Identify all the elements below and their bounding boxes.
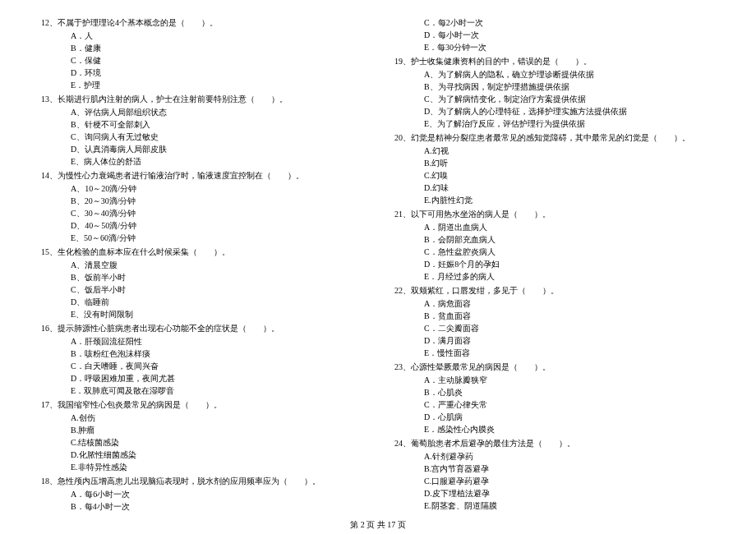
question-23: 23、心源性晕厥最常见的病因是（ ）。 A．主动脉瓣狭窄 B．心肌炎 C．严重心… [394, 361, 715, 435]
option: E.内脏性幻觉 [394, 194, 715, 206]
question-18: 18、急性颅内压增高患儿出现脑疝表现时，脱水剂的应用频率应为（ ）。 A．每6小… [41, 475, 362, 513]
option: D.皮下埋植法避孕 [394, 487, 715, 499]
option: B．会阴部充血病人 [394, 233, 715, 246]
option: D、40～50滴/分钟 [41, 219, 362, 232]
option: E．双肺底可闻及散在湿啰音 [41, 384, 362, 397]
option: D．妊娠8个月的孕妇 [394, 258, 715, 270]
option: C.结核菌感染 [41, 436, 362, 449]
question-text: 17、我国缩窄性心包炎最常见的病因是（ ）。 [41, 398, 362, 411]
option: E．每30分钟一次 [394, 41, 715, 53]
option: C．二尖瓣面容 [394, 322, 715, 334]
question-text: 20、幻觉是精神分裂症患者最常见的感知觉障碍，其中最常见的幻觉是（ ）。 [394, 131, 715, 144]
question-21: 21、以下可用热水坐浴的病人是（ ）。 A．阴道出血病人 B．会阴部充血病人 C… [394, 208, 715, 283]
option: D．环境 [41, 67, 362, 79]
page-content: 12、不属于护理理论4个基本概念的是（ ）。 A．人 B．健康 C．保健 D．环… [0, 0, 756, 509]
option: E．慢性面容 [394, 347, 715, 359]
option: E、50～60滴/分钟 [41, 232, 362, 244]
question-text: 24、葡萄胎患者术后避孕的最佳方法是（ ）。 [394, 437, 715, 449]
option: C．急性盆腔炎病人 [394, 246, 715, 258]
option: C、为了解病情变化，制定治疗方案提供依据 [394, 93, 715, 105]
option: A.创伤 [41, 412, 362, 424]
option: D．满月面容 [394, 334, 715, 347]
option: B.肿瘤 [41, 424, 362, 436]
option: D、临睡前 [41, 296, 362, 308]
option: A、10～20滴/分钟 [41, 182, 362, 195]
option: B．健康 [41, 42, 362, 54]
option: A、清晨空腹 [41, 259, 362, 271]
option: C．白天嗜睡，夜间兴奋 [41, 360, 362, 372]
option: D．呼吸困难加重，夜间尤甚 [41, 372, 362, 384]
question-text: 19、护士收集健康资料的目的中，错误的是（ ）。 [394, 55, 715, 67]
question-13: 13、长期进行肌内注射的病人，护士在注射前要特别注意（ ）。 A、评估病人局部组… [41, 93, 362, 168]
option: C．每2小时一次 [394, 16, 715, 29]
question-12: 12、不属于护理理论4个基本概念的是（ ）。 A．人 B．健康 C．保健 D．环… [41, 16, 362, 91]
question-18-continue: C．每2小时一次 D．每小时一次 E．每30分钟一次 [394, 16, 715, 53]
option: E、没有时间限制 [41, 308, 362, 320]
option: E．月经过多的病人 [394, 270, 715, 283]
question-text: 21、以下可用热水坐浴的病人是（ ）。 [394, 208, 715, 220]
option: B．每4小时一次 [41, 500, 362, 513]
option: B.幻听 [394, 157, 715, 169]
option: E.阴茎套、阴道隔膜 [394, 499, 715, 512]
option: A．病危面容 [394, 297, 715, 310]
option: D.幻味 [394, 182, 715, 194]
question-19: 19、护士收集健康资料的目的中，错误的是（ ）。 A、为了解病人的隐私，确立护理… [394, 55, 715, 130]
question-14: 14、为慢性心力衰竭患者进行输液治疗时，输液速度宜控制在（ ）。 A、10～20… [41, 169, 362, 244]
option: D．心肌病 [394, 411, 715, 423]
question-16: 16、提示肺源性心脏病患者出现右心功能不全的症状是（ ）。 A．肝颈回流征阳性 … [41, 322, 362, 397]
right-column: C．每2小时一次 D．每小时一次 E．每30分钟一次 19、护士收集健康资料的目… [378, 16, 731, 509]
option: A.针剂避孕药 [394, 450, 715, 463]
question-text: 18、急性颅内压增高患儿出现脑疝表现时，脱水剂的应用频率应为（ ）。 [41, 475, 362, 487]
option: A．人 [41, 30, 362, 42]
option: E、病人体位的舒适 [41, 155, 362, 168]
question-text: 14、为慢性心力衰竭患者进行输液治疗时，输液速度宜控制在（ ）。 [41, 169, 362, 182]
option: C、饭后半小时 [41, 283, 362, 296]
question-22: 22、双颊紫红，口唇发绀，多见于（ ）。 A．病危面容 B．贫血面容 C．二尖瓣… [394, 284, 715, 359]
option: B.宫内节育器避孕 [394, 463, 715, 475]
question-20: 20、幻觉是精神分裂症患者最常见的感知觉障碍，其中最常见的幻觉是（ ）。 A.幻… [394, 131, 715, 206]
option: E．感染性心内膜炎 [394, 423, 715, 435]
question-text: 15、生化检验的血标本应在什么时候采集（ ）。 [41, 246, 362, 258]
page-footer: 第 2 页 共 17 页 [0, 519, 756, 531]
question-text: 16、提示肺源性心脏病患者出现右心功能不全的症状是（ ）。 [41, 322, 362, 334]
option: B．心肌炎 [394, 386, 715, 398]
option: C.口服避孕药避孕 [394, 475, 715, 487]
option: A.幻视 [394, 145, 715, 157]
question-text: 13、长期进行肌内注射的病人，护士在注射前要特别注意（ ）。 [41, 93, 362, 105]
left-column: 12、不属于护理理论4个基本概念的是（ ）。 A．人 B．健康 C．保健 D．环… [25, 16, 378, 509]
option: B、20～30滴/分钟 [41, 195, 362, 207]
option: D.化脓性细菌感染 [41, 449, 362, 461]
option: C．保健 [41, 54, 362, 67]
option: E、为了解治疗反应，评估护理行为提供依据 [394, 117, 715, 130]
question-17: 17、我国缩窄性心包炎最常见的病因是（ ）。 A.创伤 B.肿瘤 C.结核菌感染… [41, 398, 362, 473]
option: B、针梗不可全部刺入 [41, 118, 362, 131]
option: A．每6小时一次 [41, 488, 362, 500]
question-text: 23、心源性晕厥最常见的病因是（ ）。 [394, 361, 715, 373]
option: B．贫血面容 [394, 310, 715, 322]
option: A．肝颈回流征阳性 [41, 335, 362, 348]
option: E.非特异性感染 [41, 461, 362, 473]
option: B．咳粉红色泡沫样痰 [41, 348, 362, 360]
question-15: 15、生化检验的血标本应在什么时候采集（ ）。 A、清晨空腹 B、饭前半小时 C… [41, 246, 362, 320]
option: E．护理 [41, 79, 362, 91]
option: D、认真消毒病人局部皮肤 [41, 143, 362, 155]
option: B、为寻找病因，制定护理措施提供依据 [394, 81, 715, 93]
option: C、30～40滴/分钟 [41, 207, 362, 219]
option: C、询问病人有无过敏史 [41, 131, 362, 143]
question-text: 12、不属于护理理论4个基本概念的是（ ）。 [41, 16, 362, 29]
option: D、为了解病人的心理特征，选择护理实施方法提供依据 [394, 105, 715, 117]
option: D．每小时一次 [394, 29, 715, 41]
question-text: 22、双颊紫红，口唇发绀，多见于（ ）。 [394, 284, 715, 297]
option: B、饭前半小时 [41, 271, 362, 283]
option: A、为了解病人的隐私，确立护理诊断提供依据 [394, 68, 715, 81]
option: A．主动脉瓣狭窄 [394, 374, 715, 386]
option: C．严重心律失常 [394, 398, 715, 411]
question-24: 24、葡萄胎患者术后避孕的最佳方法是（ ）。 A.针剂避孕药 B.宫内节育器避孕… [394, 437, 715, 512]
option: A、评估病人局部组织状态 [41, 106, 362, 118]
option: C.幻嗅 [394, 169, 715, 182]
option: A．阴道出血病人 [394, 221, 715, 233]
